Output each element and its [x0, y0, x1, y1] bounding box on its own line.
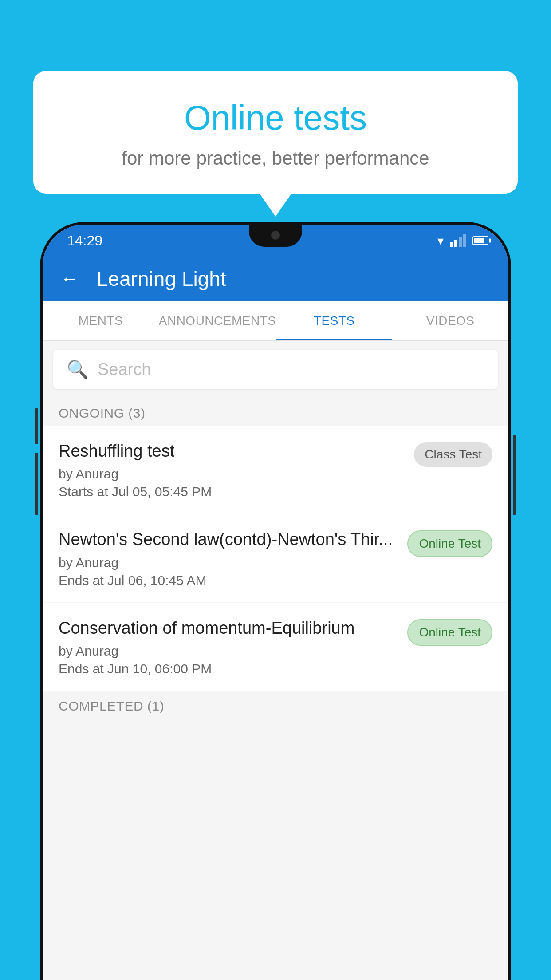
tab-ments[interactable]: MENTS	[43, 301, 159, 340]
test-item[interactable]: Reshuffling test by Anurag Starts at Jul…	[43, 426, 508, 514]
volume-down-button[interactable]	[35, 453, 38, 515]
test-info: Reshuffling test by Anurag Starts at Jul…	[59, 440, 405, 499]
phone-frame: 14:29 ▾ ← Learning Light	[40, 222, 511, 980]
test-name: Conservation of momentum-Equilibrium	[59, 617, 398, 639]
test-name: Reshuffling test	[59, 440, 405, 462]
tabs-bar: MENTS ANNOUNCEMENTS TESTS VIDEOS	[43, 301, 508, 341]
search-input[interactable]: Search	[98, 360, 151, 379]
test-time: Starts at Jul 05, 05:45 PM	[59, 484, 405, 499]
test-badge: Class Test	[414, 442, 492, 467]
test-time: Ends at Jul 06, 10:45 AM	[59, 573, 398, 588]
test-author: by Anurag	[59, 555, 398, 570]
test-time: Ends at Jun 10, 06:00 PM	[59, 661, 398, 676]
tab-videos[interactable]: VIDEOS	[392, 301, 508, 340]
tab-tests[interactable]: TESTS	[276, 301, 392, 340]
power-button[interactable]	[513, 435, 516, 515]
notch	[249, 225, 302, 247]
bubble-title: Online tests	[60, 98, 491, 138]
test-item[interactable]: Newton's Second law(contd)-Newton's Thir…	[43, 514, 508, 602]
test-item[interactable]: Conservation of momentum-Equilibrium by …	[43, 603, 508, 691]
bubble-subtitle: for more practice, better performance	[60, 148, 491, 169]
search-icon: 🔍	[67, 359, 89, 380]
ongoing-section-header: ONGOING (3)	[43, 398, 508, 426]
test-badge: Online Test	[407, 619, 492, 646]
volume-up-button[interactable]	[35, 408, 38, 444]
speech-bubble: Online tests for more practice, better p…	[33, 71, 518, 194]
tab-announcements[interactable]: ANNOUNCEMENTS	[159, 301, 276, 340]
status-bar: 14:29 ▾	[43, 225, 508, 257]
test-badge: Online Test	[407, 530, 492, 557]
app-header: ← Learning Light	[43, 257, 508, 301]
camera	[271, 231, 280, 240]
status-time: 14:29	[67, 233, 102, 249]
app-title: Learning Light	[97, 267, 226, 291]
status-icons: ▾	[437, 233, 488, 248]
phone-screen: 14:29 ▾ ← Learning Light	[43, 225, 508, 980]
search-bar[interactable]: 🔍 Search	[53, 350, 498, 389]
wifi-icon: ▾	[437, 233, 444, 248]
content-area: 🔍 Search ONGOING (3) Reshuffling test by…	[43, 341, 508, 980]
test-name: Newton's Second law(contd)-Newton's Thir…	[59, 529, 398, 550]
test-info: Newton's Second law(contd)-Newton's Thir…	[59, 529, 398, 588]
battery-icon	[472, 236, 488, 245]
back-button[interactable]: ←	[60, 268, 79, 289]
test-info: Conservation of momentum-Equilibrium by …	[59, 617, 398, 676]
test-author: by Anurag	[59, 644, 398, 659]
signal-icon	[450, 234, 466, 247]
completed-section-header: COMPLETED (1)	[43, 692, 508, 718]
test-author: by Anurag	[59, 466, 405, 482]
